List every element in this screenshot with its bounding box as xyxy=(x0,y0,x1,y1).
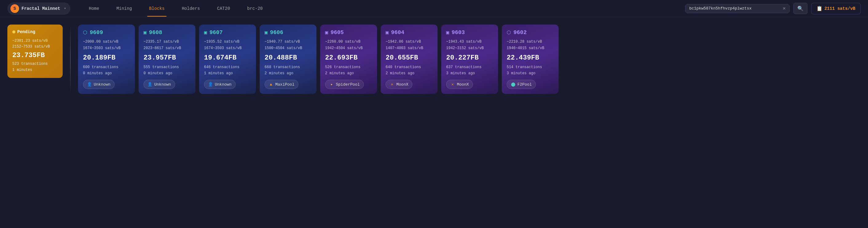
pending-size: 23.735FB xyxy=(12,51,58,59)
block-fee-approx: ~1935.52 sats/vB xyxy=(204,39,251,44)
block-transactions: 637 transactions xyxy=(446,65,493,70)
block-transactions: 514 transactions xyxy=(507,65,554,70)
block-fee-approx: ~1943.43 sats/vB xyxy=(446,39,493,44)
search-button[interactable]: 🔍 xyxy=(793,3,807,14)
block-time: 0 minutes ago xyxy=(144,71,190,76)
nav-blocks[interactable]: Blocks xyxy=(141,1,173,16)
divider xyxy=(70,25,71,94)
block-size: 20.227FB xyxy=(446,54,493,62)
block-size: 20.189FB xyxy=(83,54,130,62)
block-card-9604[interactable]: ▣ 9604 ~1942.06 sats/vB 1407~4003 sats/v… xyxy=(381,25,437,94)
main-content: Pending ~2301.23 sats/vB 2152~7533 sats/… xyxy=(0,17,868,101)
block-time: 1 minutes ago xyxy=(204,71,251,76)
nav-holders[interactable]: Holders xyxy=(173,1,209,16)
block-box-icon: ▣ xyxy=(265,30,268,36)
block-size: 19.674FB xyxy=(204,54,251,62)
block-card-9606[interactable]: ▣ 9606 ~1940.77 sats/vB 1500~4504 sats/v… xyxy=(260,25,316,94)
block-time: 3 minutes ago xyxy=(446,71,493,76)
miner-name: Unknown xyxy=(94,82,111,87)
miner-badge[interactable]: ⬤ F2Pool xyxy=(507,80,536,89)
search-box: ✕ xyxy=(685,4,789,13)
block-header: ▣ 9607 xyxy=(204,30,251,36)
miner-badge[interactable]: 👤 Unknown xyxy=(144,80,175,89)
blocks-row: ⬡ 9609 ~2000.00 sats/vB 1674~3503 sats/v… xyxy=(78,25,861,94)
block-header: ▣ 9603 xyxy=(446,30,493,36)
chevron-down-icon: ▾ xyxy=(64,6,66,11)
block-time: 2 minutes ago xyxy=(325,71,372,76)
block-fee-approx: ~2210.28 sats/vB xyxy=(507,39,554,44)
block-box-icon: ▣ xyxy=(446,30,449,36)
block-time: 0 minutes ago xyxy=(83,71,130,76)
block-number: 9607 xyxy=(210,30,223,36)
block-header: ▣ 9605 xyxy=(325,30,372,36)
miner-name: SpiderPool xyxy=(336,82,360,87)
search-clear-icon[interactable]: ✕ xyxy=(783,6,786,11)
search-input[interactable] xyxy=(689,6,780,11)
miner-badge[interactable]: ▲ MaxiPool xyxy=(265,80,298,89)
block-size: 20.488FB xyxy=(265,54,312,62)
block-fee-approx: ~1942.06 sats/vB xyxy=(385,39,433,44)
pending-transactions: 523 transactions xyxy=(12,61,58,67)
block-3d-icon: ⬡ xyxy=(83,30,87,36)
block-number: 9603 xyxy=(452,30,465,36)
block-transactions: 600 transactions xyxy=(83,65,130,70)
block-number: 9608 xyxy=(149,30,162,36)
block-card-9602[interactable]: ⬡ 9602 ~2210.28 sats/vB 1946~4015 sats/v… xyxy=(502,25,559,94)
fee-icon: 📋 xyxy=(816,5,823,12)
block-transactions: 526 transactions xyxy=(325,65,372,70)
block-transactions: 668 transactions xyxy=(265,65,312,70)
block-header: ▣ 9604 xyxy=(385,30,433,36)
block-box-icon: ▣ xyxy=(144,30,147,36)
block-box-icon: ▣ xyxy=(204,30,207,36)
block-number: 9602 xyxy=(514,30,527,36)
pending-block[interactable]: Pending ~2301.23 sats/vB 2152~7533 sats/… xyxy=(7,25,63,78)
person-icon: 👤 xyxy=(87,82,92,87)
network-selector[interactable]: S Fractal Mainnet ▾ xyxy=(7,2,70,15)
block-card-9603[interactable]: ▣ 9603 ~1943.43 sats/vB 1942~3152 sats/v… xyxy=(441,25,498,94)
block-size: 23.957FB xyxy=(144,54,190,62)
person-icon: 👤 xyxy=(148,82,152,87)
block-card-9607[interactable]: ▣ 9607 ~1935.52 sats/vB 1674~3503 sats/v… xyxy=(199,25,256,94)
block-fee-range: 1500~4504 sats/vB xyxy=(265,46,312,51)
block-fee-approx: ~2000.00 sats/vB xyxy=(83,39,130,44)
person-icon: 👤 xyxy=(208,82,213,87)
miner-badge[interactable]: ✕ MoonX xyxy=(446,80,473,89)
block-size: 22.439FB xyxy=(507,54,554,62)
block-fee-range: 1674~3503 sats/vB xyxy=(83,46,130,51)
block-card-9605[interactable]: ▣ 9605 ~2260.00 sats/vB 1942~4504 sats/v… xyxy=(320,25,377,94)
miner-badge[interactable]: ✕ MoonX xyxy=(385,80,412,89)
nav-home[interactable]: Home xyxy=(80,1,108,16)
nav-mining[interactable]: Mining xyxy=(108,1,141,16)
miner-name: Unknown xyxy=(154,82,171,87)
block-card-9609[interactable]: ⬡ 9609 ~2000.00 sats/vB 1674~3503 sats/v… xyxy=(78,25,135,94)
nav-brc20[interactable]: brc-20 xyxy=(239,1,271,16)
block-number: 9606 xyxy=(270,30,283,36)
pending-text: Pending xyxy=(17,30,35,34)
network-name: Fractal Mainnet xyxy=(22,6,60,11)
block-box-icon: ▣ xyxy=(325,30,328,36)
cross-icon: ✕ xyxy=(450,82,455,87)
block-header: ⬡ 9602 xyxy=(507,30,554,36)
block-fee-approx: ~2335.17 sats/vB xyxy=(144,39,190,44)
block-header: ⬡ 9609 xyxy=(83,30,130,36)
miner-name: Unknown xyxy=(215,82,232,87)
block-fee-range: 1407~4003 sats/vB xyxy=(385,46,433,51)
pending-dot-icon xyxy=(12,30,16,33)
block-time: 2 minutes ago xyxy=(385,71,433,76)
pending-fee-approx: ~2301.23 sats/vB xyxy=(12,38,58,44)
block-time: 3 minutes ago xyxy=(507,71,554,76)
fee-badge: 📋 2111 sats/vB xyxy=(811,3,861,14)
block-transactions: 640 transactions xyxy=(385,65,433,70)
block-card-9608[interactable]: ▣ 9608 ~2335.17 sats/vB 2023~8617 sats/v… xyxy=(138,25,195,94)
block-fee-range: 1946~4015 sats/vB xyxy=(507,46,554,51)
block-3d-icon: ⬡ xyxy=(507,30,511,36)
miner-badge[interactable]: ✦ SpiderPool xyxy=(325,80,364,89)
fee-value: 2111 sats/vB xyxy=(825,6,856,11)
nav-cat20[interactable]: CAT20 xyxy=(209,1,239,16)
block-header: ▣ 9606 xyxy=(265,30,312,36)
block-transactions: 555 transactions xyxy=(144,65,190,70)
block-transactions: 646 transactions xyxy=(204,65,251,70)
miner-name: MoonX xyxy=(396,82,408,87)
miner-badge[interactable]: 👤 Unknown xyxy=(83,80,115,89)
miner-badge[interactable]: 👤 Unknown xyxy=(204,80,236,89)
